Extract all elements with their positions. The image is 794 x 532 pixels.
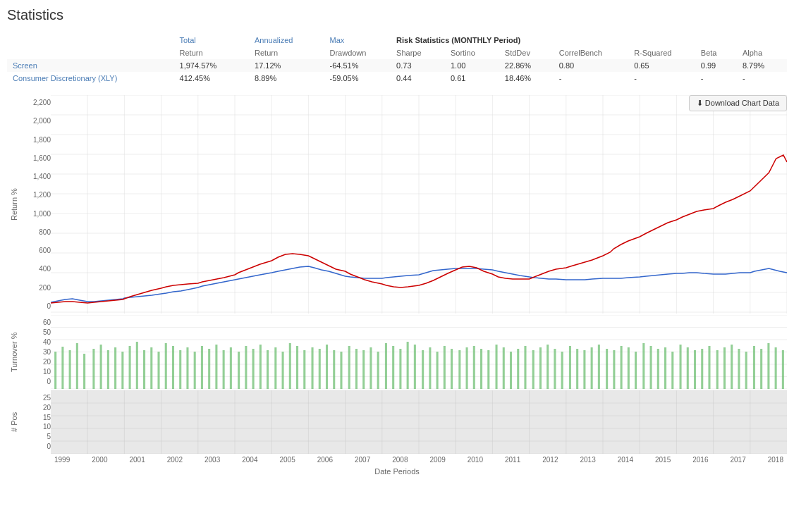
bench-correl: -	[554, 72, 628, 85]
svg-rect-73	[303, 350, 305, 389]
svg-rect-46	[107, 350, 109, 389]
screen-alpha: 8.79%	[737, 59, 787, 72]
svg-rect-82	[369, 347, 372, 389]
svg-rect-123	[671, 352, 673, 389]
svg-rect-72	[296, 346, 298, 389]
svg-rect-78	[340, 352, 342, 389]
bench-beta: -	[695, 72, 737, 85]
svg-rect-107	[554, 349, 556, 389]
svg-rect-104	[532, 350, 535, 389]
main-chart-svg-container	[51, 95, 787, 314]
svg-rect-98	[487, 350, 489, 389]
positions-chart-wrapper: # Pos 25 20 15 10 5 0	[7, 390, 787, 454]
svg-rect-56	[179, 350, 181, 389]
col-beta: Beta	[695, 47, 737, 59]
turnover-chart-wrapper: Turnover % 60 50 40 30 20 10 0	[7, 315, 787, 389]
svg-rect-113	[598, 345, 600, 389]
svg-rect-100	[503, 347, 505, 389]
svg-rect-125	[687, 347, 689, 389]
svg-rect-52	[150, 347, 152, 389]
svg-rect-136	[767, 343, 769, 389]
positions-svg-container	[51, 390, 787, 454]
col-alpha: Alpha	[737, 47, 787, 59]
screen-total-return: 1,974.57%	[174, 59, 249, 72]
y-axis-positions-label: # Pos	[7, 390, 21, 454]
turnover-chart-svg	[51, 315, 787, 389]
bench-rsquared: -	[628, 72, 695, 85]
svg-rect-101	[510, 352, 512, 389]
svg-rect-120	[650, 346, 652, 389]
table-row: Screen 1,974.57% 17.12% -64.51% 0.73 1.0…	[7, 59, 787, 72]
svg-rect-89	[422, 350, 424, 389]
svg-rect-59	[201, 346, 203, 389]
screen-link[interactable]: Screen	[13, 61, 37, 70]
svg-rect-67	[259, 345, 262, 389]
svg-rect-93	[451, 349, 453, 389]
positions-chart-svg	[51, 390, 787, 454]
screen-correl: 0.80	[554, 59, 628, 72]
col-correl: CorrelBench	[554, 47, 628, 59]
benchmark-link[interactable]: Consumer Discretionary (XLY)	[13, 74, 117, 82]
svg-rect-50	[136, 342, 138, 389]
svg-rect-55	[172, 346, 174, 389]
svg-rect-122	[664, 347, 666, 389]
svg-rect-124	[679, 345, 681, 389]
main-chart-area: 2,200 2,000 1,800 1,600 1,400 1,200 1,00…	[23, 95, 787, 314]
svg-rect-106	[546, 345, 549, 389]
svg-rect-115	[613, 350, 615, 389]
svg-rect-68	[267, 350, 269, 389]
col-return-sub: Return	[174, 47, 249, 59]
screen-max-drawdown: -64.51%	[324, 59, 391, 72]
svg-rect-95	[466, 347, 468, 389]
svg-rect-94	[458, 350, 460, 389]
y-ticks-main: 2,200 2,000 1,800 1,600 1,400 1,200 1,00…	[23, 95, 51, 314]
svg-rect-53	[157, 352, 159, 389]
svg-rect-80	[355, 349, 358, 389]
svg-rect-40	[61, 347, 63, 389]
main-chart-wrapper: Return % 2,200 2,000 1,800 1,600 1,400 1…	[7, 95, 787, 314]
svg-rect-128	[708, 346, 710, 389]
svg-rect-112	[591, 347, 593, 389]
svg-rect-74	[311, 347, 313, 389]
svg-rect-91	[436, 352, 439, 389]
bench-max-drawdown: -59.05%	[324, 72, 391, 85]
svg-rect-81	[362, 350, 365, 389]
svg-rect-66	[252, 349, 255, 389]
svg-rect-86	[399, 349, 401, 389]
svg-rect-71	[289, 343, 291, 389]
bench-stddev: 18.46%	[499, 72, 554, 85]
svg-rect-43	[83, 354, 85, 389]
svg-rect-129	[716, 350, 719, 389]
turnover-svg-container	[51, 315, 787, 389]
svg-rect-117	[628, 347, 630, 389]
download-icon: ⬇	[697, 99, 703, 107]
svg-rect-99	[495, 345, 497, 389]
table-row: Consumer Discretionary (XLY) 412.45% 8.8…	[7, 72, 787, 85]
svg-rect-75	[319, 349, 321, 389]
svg-rect-121	[657, 349, 659, 389]
svg-rect-116	[621, 346, 623, 389]
col-rsquared: R-Squared	[628, 47, 695, 59]
turnover-chart-area: 60 50 40 30 20 10 0	[23, 315, 787, 389]
screen-sharpe: 0.73	[391, 59, 445, 72]
y-ticks-turnover: 60 50 40 30 20 10 0	[23, 315, 51, 389]
page-title: Statistics	[7, 7, 787, 23]
col-ann-sub: Return	[249, 47, 324, 59]
svg-rect-135	[760, 349, 762, 389]
svg-rect-134	[753, 346, 755, 389]
svg-rect-138	[782, 350, 784, 389]
svg-rect-76	[326, 345, 328, 389]
svg-rect-126	[694, 350, 696, 389]
screen-rsquared: 0.65	[628, 59, 695, 72]
svg-rect-96	[473, 346, 475, 389]
svg-rect-118	[635, 352, 637, 389]
svg-rect-61	[215, 345, 217, 389]
download-chart-button[interactable]: ⬇ Download Chart Data	[689, 95, 787, 111]
bench-total-return: 412.45%	[174, 72, 249, 85]
col-sortino: Sortino	[445, 47, 499, 59]
svg-rect-119	[642, 343, 645, 389]
svg-rect-49	[129, 346, 131, 389]
svg-rect-133	[745, 352, 747, 389]
svg-rect-57	[186, 347, 188, 389]
bench-alpha: -	[737, 72, 787, 85]
